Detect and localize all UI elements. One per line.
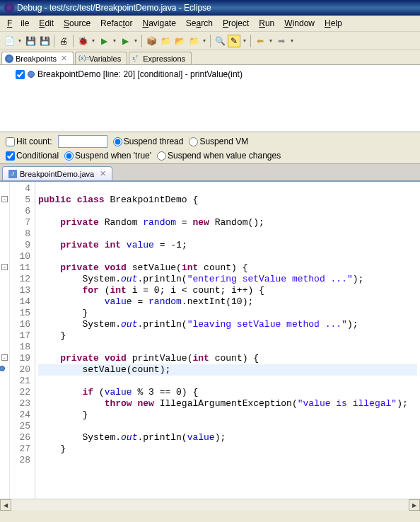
debug-icon[interactable]: 🐞 — [76, 35, 89, 47]
menu-navigate[interactable]: Navigate — [138, 17, 180, 30]
menu-window[interactable]: Window — [280, 17, 319, 30]
suspend-thread-radio[interactable] — [113, 137, 122, 146]
scroll-left-button[interactable]: ◀ — [0, 499, 11, 511]
editor-tab-label: BreakpointDemo.java — [20, 170, 94, 178]
back-icon[interactable]: ⬅ — [254, 35, 267, 47]
dropdown-icon[interactable]: ▼ — [133, 35, 139, 47]
scroll-track[interactable] — [11, 499, 409, 510]
new-package-icon[interactable]: 📦 — [145, 35, 158, 47]
menu-run[interactable]: Run — [255, 17, 279, 30]
menu-help[interactable]: Help — [320, 17, 346, 30]
expressions-icon: ᶍʸ — [132, 54, 141, 63]
breakpoint-bullet-icon — [28, 71, 35, 78]
menu-search[interactable]: Search — [182, 17, 217, 30]
new-class-icon[interactable]: 📁 — [187, 35, 200, 47]
suspend-changes-radio[interactable] — [157, 151, 166, 161]
code-editor[interactable]: --- 456789101112131415161718192021222324… — [0, 180, 420, 499]
breakpoints-icon — [5, 54, 13, 63]
editor-tab-strip: J BreakpointDemo.java ✕ — [0, 164, 420, 180]
suspend-true-option[interactable]: Suspend when 'true' — [64, 151, 151, 161]
breakpoint-item[interactable]: BreakpointDemo [line: 20] [conditional] … — [6, 68, 414, 79]
menu-edit[interactable]: Edit — [35, 17, 58, 30]
scroll-right-button[interactable]: ▶ — [409, 499, 420, 511]
save-icon[interactable]: 💾 — [24, 35, 37, 47]
breakpoint-options: Hit count: Suspend thread Suspend VM Con… — [0, 132, 420, 164]
breakpoints-panel: BreakpointDemo [line: 20] [conditional] … — [0, 65, 420, 132]
search-icon[interactable]: 🔍 — [214, 35, 226, 47]
dropdown-icon[interactable]: ▼ — [112, 35, 117, 47]
code-content[interactable]: public class BreakpointDemo { private Ra… — [35, 182, 420, 499]
line-gutter: 4567891011121314151617181920212223242526… — [10, 182, 35, 499]
open-type-icon[interactable]: 📁 — [159, 35, 172, 47]
tab-label: Variables — [89, 54, 121, 63]
suspend-vm-option[interactable]: Suspend VM — [189, 137, 248, 146]
suspend-changes-option[interactable]: Suspend when value changes — [157, 151, 281, 161]
horizontal-scrollbar[interactable]: ◀ ▶ — [0, 499, 420, 510]
breakpoint-label: BreakpointDemo [line: 20] [conditional] … — [37, 69, 243, 79]
new-icon[interactable]: 📄 — [3, 35, 16, 47]
run-last-icon[interactable]: ▶ — [119, 35, 132, 47]
tab-variables[interactable]: (x)= Variables — [75, 52, 127, 64]
hit-count-option[interactable]: Hit count: — [6, 137, 52, 146]
tab-breakpoints[interactable]: Breakpoints ✕ — [1, 52, 74, 64]
hit-count-input[interactable] — [58, 135, 107, 148]
menu-file[interactable]: File — [3, 17, 33, 30]
window-title: Debug - test/src/test/BreakpointDemo.jav… — [17, 3, 211, 13]
mark-icon[interactable]: ✎ — [228, 35, 240, 47]
dropdown-icon[interactable]: ▼ — [289, 35, 295, 47]
menu-project[interactable]: Project — [218, 17, 253, 30]
dropdown-icon[interactable]: ▼ — [202, 35, 207, 47]
window-titlebar: Debug - test/src/test/BreakpointDemo.jav… — [0, 0, 420, 16]
dropdown-icon[interactable]: ▼ — [268, 35, 274, 47]
dropdown-icon[interactable]: ▼ — [242, 35, 247, 47]
run-icon[interactable]: ▶ — [98, 35, 110, 47]
main-toolbar: 📄▼ 💾 💾 🖨 🐞▼ ▶▼ ▶▼ 📦 📁 📂 📁▼ 🔍 ✎▼ ⬅▼ ➡▼ — [0, 32, 420, 50]
suspend-true-radio[interactable] — [64, 151, 74, 161]
save-all-icon[interactable]: 💾 — [38, 35, 51, 47]
view-tabs: Breakpoints ✕ (x)= Variables ᶍʸ Expressi… — [0, 50, 420, 65]
hit-count-checkbox[interactable] — [6, 137, 15, 146]
suspend-vm-radio[interactable] — [189, 137, 198, 146]
menu-refactor[interactable]: Refactor — [96, 17, 136, 30]
conditional-checkbox[interactable] — [6, 151, 15, 161]
marker-column: --- — [0, 182, 10, 499]
menu-source[interactable]: Source — [59, 17, 95, 30]
dropdown-icon[interactable]: ▼ — [17, 35, 23, 47]
suspend-thread-option[interactable]: Suspend thread — [113, 137, 184, 146]
open-task-icon[interactable]: 📂 — [173, 35, 186, 47]
java-file-icon: J — [8, 170, 17, 178]
menubar: File Edit Source Refactor Navigate Searc… — [0, 16, 420, 32]
tab-label: Breakpoints — [16, 54, 57, 63]
close-icon[interactable]: ✕ — [61, 54, 67, 63]
conditional-option[interactable]: Conditional — [6, 151, 59, 161]
print-icon[interactable]: 🖨 — [57, 35, 70, 47]
close-icon[interactable]: ✕ — [100, 169, 106, 178]
breakpoint-checkbox[interactable] — [16, 70, 25, 79]
editor-tab[interactable]: J BreakpointDemo.java ✕ — [2, 166, 112, 180]
dropdown-icon[interactable]: ▼ — [91, 35, 96, 47]
variables-icon: (x)= — [78, 54, 87, 63]
forward-icon[interactable]: ➡ — [275, 35, 288, 47]
tab-expressions[interactable]: ᶍʸ Expressions — [129, 52, 192, 64]
tab-label: Expressions — [143, 54, 185, 63]
eclipse-icon — [4, 3, 14, 13]
